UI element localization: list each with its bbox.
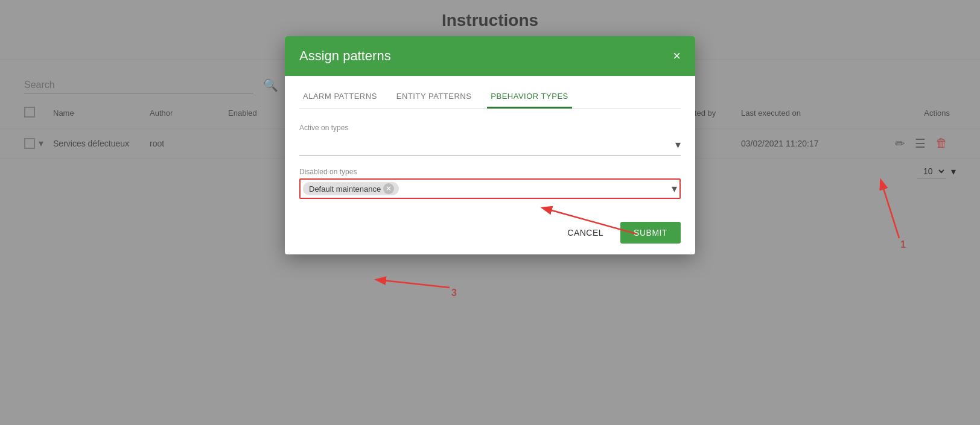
- dialog-footer: CANCEL SUBMIT: [285, 211, 695, 254]
- disabled-on-types-arrow-icon: ▾: [672, 182, 677, 195]
- page-background: Instructions INSTRUCTIONS CONFIGURATIONS…: [0, 0, 980, 425]
- chip-remove-button[interactable]: ✕: [383, 183, 394, 194]
- modal-overlay: Assign patterns × ALARM PATTERNS ENTITY …: [0, 0, 980, 425]
- default-maintenance-chip: Default maintenance ✕: [303, 182, 399, 195]
- dialog-close-button[interactable]: ×: [673, 49, 681, 63]
- cancel-button[interactable]: CANCEL: [560, 223, 611, 242]
- disabled-on-types-label: Disabled on types: [299, 168, 681, 176]
- dialog-title: Assign patterns: [299, 48, 391, 64]
- submit-button[interactable]: SUBMIT: [620, 222, 681, 244]
- active-on-types-label: Active on types: [299, 124, 681, 132]
- dialog-tab-pbehavior-types[interactable]: PBEHAVIOR TYPES: [487, 86, 571, 109]
- dialog-body: ALARM PATTERNS ENTITY PATTERNS PBEHAVIOR…: [285, 76, 695, 199]
- assign-patterns-dialog: Assign patterns × ALARM PATTERNS ENTITY …: [285, 36, 695, 254]
- dialog-tab-alarm-patterns[interactable]: ALARM PATTERNS: [299, 86, 381, 109]
- active-on-types-dropdown[interactable]: ▾: [299, 134, 681, 156]
- dialog-header: Assign patterns ×: [285, 36, 695, 76]
- active-on-types-arrow-icon: ▾: [675, 138, 681, 151]
- chip-label: Default maintenance: [309, 184, 381, 194]
- disabled-on-types-dropdown[interactable]: Default maintenance ✕ ▾: [299, 178, 681, 199]
- disabled-on-types-group: Disabled on types Default maintenance ✕ …: [299, 168, 681, 199]
- active-on-types-group: Active on types ▾: [299, 124, 681, 156]
- disabled-on-types-value: Default maintenance ✕: [303, 182, 399, 195]
- dialog-tabs: ALARM PATTERNS ENTITY PATTERNS PBEHAVIOR…: [299, 86, 681, 109]
- dialog-tab-entity-patterns[interactable]: ENTITY PATTERNS: [393, 86, 476, 109]
